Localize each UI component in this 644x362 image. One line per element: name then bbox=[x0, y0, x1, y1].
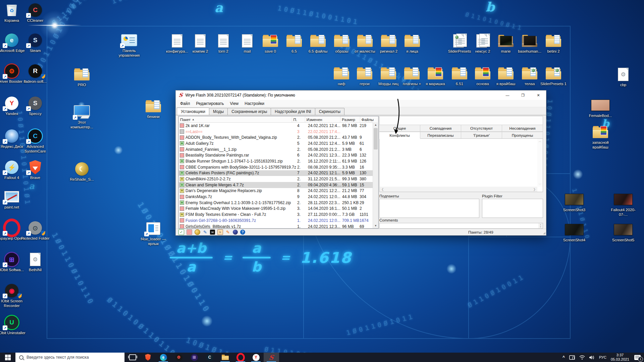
comments-field[interactable]: ▲▼ bbox=[379, 223, 543, 229]
scroll-down-icon[interactable]: ﹀ bbox=[537, 182, 543, 187]
tray-chevron-icon[interactable]: ^ bbox=[562, 355, 565, 360]
conflicts-hscrollbar[interactable]: ❮ ❯ bbox=[380, 187, 537, 192]
details-tab-несовпадения[interactable]: Несовпадения bbox=[502, 125, 543, 132]
taskbar-app-edge[interactable]: e bbox=[156, 353, 171, 362]
conflicts-text-area[interactable]: ︿ ﹀ ❮ ❯ bbox=[379, 138, 543, 192]
desktop-icon-панель-управления[interactable]: ↗Панель управления bbox=[115, 33, 144, 58]
package-row[interactable]: ADDON_Body_Textures_With_Detailed_Vagina… bbox=[179, 134, 378, 140]
help-icon[interactable]: ? bbox=[240, 230, 245, 235]
desktop-icon-iobit-screen-recorder[interactable]: ◉↗IObit Screen Recorder bbox=[0, 283, 26, 308]
desktop-icon-бехини[interactable]: бехини bbox=[139, 99, 168, 119]
package-row[interactable]: Celebs Fakes Posters (FAC paintings).7z7… bbox=[179, 170, 378, 176]
edit-icon[interactable]: ✎ bbox=[225, 230, 230, 235]
menu-файл[interactable]: Файл bbox=[177, 101, 193, 106]
desktop-icon-ccleaner[interactable]: C↗CCleaner bbox=[21, 3, 50, 23]
sphere-icon[interactable] bbox=[233, 230, 238, 235]
tab-сохраненные-игры[interactable]: Сохраненные игры bbox=[227, 108, 271, 115]
taskbar-app-brave[interactable] bbox=[140, 353, 156, 362]
subpackages-listbox[interactable] bbox=[379, 199, 479, 218]
package-row[interactable]: Blade Runner Shotgun 1.1-37647-1-1-15516… bbox=[179, 158, 378, 164]
desktop-icon-запасной-врайбаш[interactable]: запасной врайбаш bbox=[586, 125, 615, 149]
title-bar[interactable]: S Wrye Flash 308.202102072147 (Standalon… bbox=[176, 90, 546, 100]
desktop-icon-screenshot5[interactable]: ScreenShot5 bbox=[609, 222, 638, 243]
column-order[interactable]: П. bbox=[292, 116, 305, 122]
details-tab-грязные[interactable]: 'Грязные' bbox=[461, 132, 502, 139]
close-button[interactable]: ✕ bbox=[531, 90, 546, 100]
details-tab-совпадения[interactable]: Совпадения bbox=[420, 125, 461, 132]
package-row[interactable]: Clean and Simple Merges 4.7.7z2.09.04.20… bbox=[179, 182, 378, 188]
list-scrollbar[interactable]: ▲ ▼ bbox=[373, 122, 378, 228]
taskbar-app-yandex-browser[interactable]: Y bbox=[248, 353, 264, 362]
details-tab-конфликты[interactable]: Конфликты bbox=[379, 132, 420, 139]
taskbar-app-driver-booster[interactable]: ⚙ bbox=[171, 353, 186, 362]
desktop-icon-iobit-uninstaller[interactable]: U↗IObit Uninstaller bbox=[0, 315, 26, 336]
details-tab-перезаписаны[interactable]: Перезаписаны bbox=[420, 132, 461, 139]
column-modified[interactable]: Изменен bbox=[305, 116, 341, 122]
package-row[interactable]: CBBE Companions with BodySlide-32011-1-1… bbox=[179, 164, 378, 170]
desktop-icon-femalebod[interactable]: FemaleBod... bbox=[586, 98, 615, 118]
desktop-icon-speccy[interactable]: S↗Speccy bbox=[21, 96, 50, 116]
desktop-icon-advanced-systemcare[interactable]: C↗Advanced SystemCare bbox=[21, 129, 50, 154]
tab-установщики[interactable]: Установщики bbox=[177, 108, 209, 115]
start-button[interactable] bbox=[0, 353, 15, 362]
conflicts-vscrollbar[interactable]: ︿ ﹀ bbox=[537, 139, 543, 187]
menu-настройки[interactable]: Настройки bbox=[241, 101, 267, 106]
package-row[interactable]: DanksMags.7z924.02.2021 12:0...44.8 MB30… bbox=[179, 194, 378, 200]
package-row[interactable]: Adult Gallery.7z524.02.2021 12:4...5.9 M… bbox=[179, 140, 378, 146]
desktop-icon-radeon-soft[interactable]: Rradeon-soft... bbox=[21, 64, 50, 84]
list-header[interactable]: Пакет ▲ П. Изменен Размер Файлы bbox=[179, 116, 378, 123]
tab-моды[interactable]: Моды bbox=[209, 108, 228, 115]
plugin-filter-listbox[interactable] bbox=[482, 199, 543, 218]
details-tab-общее[interactable]: Общее bbox=[379, 125, 420, 132]
desktop-icon-fallout4-2020-07[interactable]: Fallout4 2020-07-... bbox=[609, 192, 638, 217]
comments-spinner[interactable]: ▲▼ bbox=[538, 223, 543, 228]
column-size[interactable]: Размер bbox=[340, 116, 360, 122]
column-files[interactable]: Файлы bbox=[360, 116, 378, 122]
scroll-right-icon[interactable]: ❯ bbox=[533, 188, 536, 191]
details-tab-отсутствуют[interactable]: Отсутствуют bbox=[461, 125, 502, 132]
taskbar-app-ccleaner[interactable]: C bbox=[202, 353, 217, 362]
desktop-icon-paint-net[interactable]: ↗paint.net bbox=[0, 189, 26, 210]
package-row[interactable]: GirlsGirlsGirls_Billboards v1.7z1.24.02.… bbox=[179, 224, 378, 228]
desktop-icon-cbp[interactable]: ⚙cbp bbox=[609, 67, 638, 87]
auto-anneal-checkbox[interactable]: ✓ bbox=[178, 229, 184, 235]
desktop-icon-bethini[interactable]: ⚙BethINI bbox=[21, 252, 50, 273]
package-row[interactable]: Enemy Scaling Overhaul 1.2.1-3039-1-2-1-… bbox=[179, 200, 378, 206]
resize-grip[interactable]: ◢ bbox=[543, 231, 545, 235]
scroll-down-icon[interactable]: ▼ bbox=[373, 223, 378, 228]
tab-скриншоты[interactable]: Скриншоты bbox=[315, 108, 344, 115]
desktop-icon-screenshot3[interactable]: ScreenShot3 bbox=[560, 192, 589, 213]
scroll-thumb[interactable] bbox=[374, 128, 378, 149]
desktop-icon-я-лица[interactable]: я лица bbox=[398, 34, 427, 54]
clock[interactable]: 3:37 05.03.2021 bbox=[611, 353, 629, 362]
taskbar-app-file-explorer[interactable] bbox=[217, 353, 233, 362]
desktop-icon-f4se-loader-ярлык[interactable]: ↗f4se_loader — ярлык bbox=[139, 221, 168, 246]
desktop-icon-steam[interactable]: S↗Steam bbox=[21, 33, 50, 53]
desktop-icon-pro[interactable]: PRO bbox=[67, 67, 96, 87]
taskbar-app-wrye-flash[interactable]: S bbox=[264, 353, 279, 362]
search-box[interactable]: Введите здесь текст для поиска bbox=[15, 353, 125, 362]
menu-редактировать[interactable]: Редактировать bbox=[193, 101, 227, 106]
desktop-icon-этот-компьютер[interactable]: ↗Этот компьютер... bbox=[67, 105, 96, 129]
details-tab-пропущены[interactable]: Пропущены bbox=[502, 132, 543, 139]
maximize-button[interactable]: ❐ bbox=[515, 90, 531, 100]
desktop-icon-sliderpresets-1[interactable]: SliderPresets 1 bbox=[539, 66, 568, 86]
package-row[interactable]: FSM Body Textures Extreme - Clean - Full… bbox=[179, 212, 378, 218]
package-row[interactable]: Fusion Girl-37268-1-80-1606350391.7z1.24… bbox=[179, 218, 378, 224]
tab-надстройки-для-ini[interactable]: Надстройки для INI bbox=[271, 108, 315, 115]
taskbar-app-opera[interactable] bbox=[233, 353, 248, 362]
desktop-icon-brave[interactable]: ↗Brave bbox=[21, 160, 50, 180]
scroll-left-icon[interactable]: ❮ bbox=[381, 188, 384, 191]
desktop-icon-betini-2[interactable]: betini 2 bbox=[539, 34, 568, 54]
column-package[interactable]: Пакет ▲ bbox=[179, 116, 292, 122]
package-row[interactable]: ChainBikini-22510-2-2.7z2.31.12.2020 21:… bbox=[179, 176, 378, 182]
desktop-icon-screenshot4[interactable]: ScreenShot4 bbox=[560, 222, 589, 243]
package-row[interactable]: Dan's Degenerate Magazine Replacers.zip8… bbox=[179, 188, 378, 194]
package-row[interactable]: Female MacCready With Voice Makeover-195… bbox=[179, 206, 378, 212]
coin-icon[interactable] bbox=[195, 229, 200, 235]
package-row[interactable]: Beastiality Standalone Paintings.rar624.… bbox=[179, 152, 378, 158]
minimize-button[interactable]: — bbox=[500, 90, 515, 100]
wifi-icon[interactable] bbox=[579, 355, 585, 360]
pen-check-icon[interactable]: ✎ bbox=[203, 230, 208, 235]
mail-icon[interactable]: ✉ bbox=[210, 230, 215, 235]
